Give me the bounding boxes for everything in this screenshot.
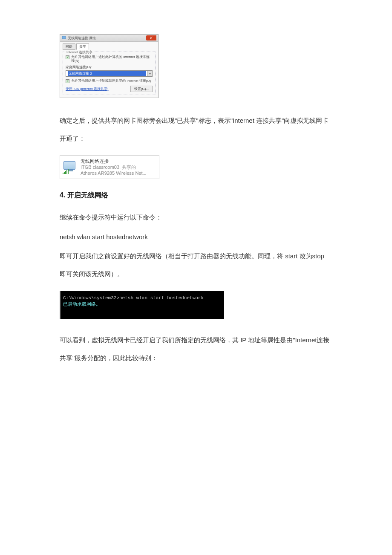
dropdown-value: 无线网络连接 2	[68, 71, 146, 76]
checkbox-allow-control[interactable]: ✓	[66, 79, 69, 83]
home-connection-dropdown[interactable]: 无线网络连接 2 ▾	[66, 70, 153, 77]
ics-groupbox: Internet 连接共享 ✓ 允许其他网络用户通过此计算机的 Internet…	[63, 52, 156, 95]
checkbox-allow-control-label: 允许其他网络用户控制或禁用共享的 Internet 连接(O)	[71, 79, 151, 83]
close-icon[interactable]	[146, 35, 156, 40]
section-heading-4: 4. 开启无线网络	[60, 191, 332, 200]
ics-footer-row: 使用 ICS (Internet 连接共享) 设置(G)...	[66, 85, 153, 92]
network-adapter-icon	[63, 161, 78, 173]
paragraph-2: 继续在命令提示符中运行以下命令：	[60, 208, 332, 226]
chevron-down-icon: ▾	[147, 71, 152, 76]
console-output: C:\Windows\system32>netsh wlan start hos…	[60, 291, 224, 319]
tabs: 网络 共享	[63, 43, 156, 50]
allow-control-row: ✓ 允许其他网络用户控制或禁用共享的 Internet 连接(O)	[66, 79, 153, 83]
dialog-icon	[62, 36, 66, 40]
adapter-device: Atheros AR9285 Wireless Net...	[81, 170, 147, 176]
groupbox-title: Internet 连接共享	[66, 50, 93, 55]
allow-connect-row: ✓ 允许其他网络用户通过此计算机的 Internet 连接来连接(N)	[66, 55, 153, 63]
paragraph-3: 即可开启我们之前设置好的无线网络（相当于打开路由器的无线功能。同理，将 star…	[60, 247, 332, 283]
console-line-2: 已启动承载网络。	[63, 301, 221, 307]
dialog-body: 网络 共享 Internet 连接共享 ✓ 允许其他网络用户通过此计算机的 In…	[60, 42, 158, 98]
dialog-title: 无线网络连接 属性	[68, 36, 146, 40]
properties-dialog: 无线网络连接 属性 网络 共享 Internet 连接共享 ✓ 允许其他网络用户…	[60, 34, 159, 98]
ics-link[interactable]: 使用 ICS (Internet 连接共享)	[66, 87, 108, 91]
paragraph-1: 确定之后，提供共享的网卡图标旁会出现"已共享"标志，表示"Internet 连接…	[60, 112, 332, 147]
adapter-name: 无线网络连接	[81, 158, 147, 164]
home-connection-label: 家庭网络连接(H):	[66, 65, 153, 69]
network-adapter-text: 无线网络连接 ITGB classroom03, 共享的 Atheros AR9…	[81, 158, 147, 176]
svg-rect-0	[62, 36, 66, 39]
settings-button[interactable]: 设置(G)...	[130, 86, 153, 92]
dialog-titlebar: 无线网络连接 属性	[60, 35, 158, 42]
adapter-status: ITGB classroom03, 共享的	[81, 164, 147, 170]
console-line-1: C:\Windows\system32>netsh wlan start hos…	[63, 295, 221, 301]
checkbox-allow-connect[interactable]: ✓	[66, 55, 69, 59]
checkbox-allow-connect-label: 允许其他网络用户通过此计算机的 Internet 连接来连接(N)	[71, 55, 153, 63]
paragraph-4: 可以看到，虚拟无线网卡已经开启了我们所指定的无线网络，其 IP 地址等属性是由"…	[60, 331, 332, 367]
network-adapter-panel: 无线网络连接 ITGB classroom03, 共享的 Atheros AR9…	[60, 155, 159, 179]
command-text: netsh wlan start hostednetwork	[60, 233, 332, 240]
tab-network[interactable]: 网络	[63, 43, 75, 50]
tab-sharing[interactable]: 共享	[76, 43, 89, 50]
signal-bars-icon	[63, 169, 69, 174]
